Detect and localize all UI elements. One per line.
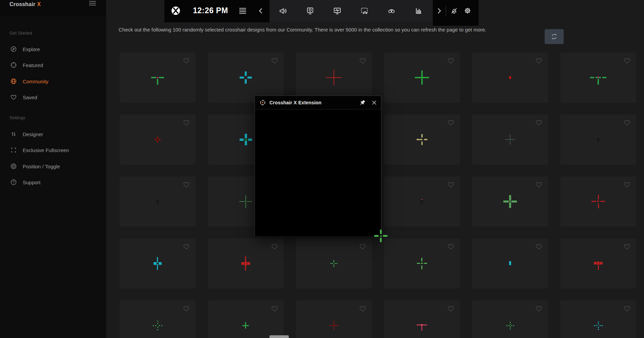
chevron-left-icon[interactable] — [258, 8, 263, 14]
favorite-button[interactable] — [270, 243, 279, 251]
favorite-button[interactable] — [623, 119, 631, 127]
sidebar-item-support[interactable]: ? Support — [0, 175, 106, 189]
crosshair-segment — [505, 139, 509, 140]
heart-outline-icon — [271, 57, 278, 64]
notifications-off-icon[interactable] — [450, 7, 458, 15]
crosshair-card[interactable] — [560, 300, 636, 338]
gallery-icon[interactable] — [351, 0, 378, 21]
favorite-button[interactable] — [270, 305, 279, 313]
crosshair-segment — [159, 325, 160, 326]
crosshair-card[interactable] — [120, 52, 196, 103]
crosshair-card[interactable] — [208, 300, 284, 338]
crosshair-segment — [598, 77, 599, 78]
crosshair-card[interactable] — [120, 238, 196, 289]
sidebar-item-featured[interactable]: Featured — [0, 58, 106, 72]
crosshair-card[interactable] — [472, 114, 548, 165]
favorite-button[interactable] — [182, 181, 190, 189]
settings-gear-icon[interactable] — [464, 7, 471, 15]
sidebar-item-explore[interactable]: Explore — [0, 42, 106, 56]
crosshair-card[interactable] — [560, 114, 636, 165]
crosshair-segment — [506, 325, 507, 326]
performance-icon[interactable] — [324, 0, 351, 21]
bar-chart-icon[interactable] — [405, 0, 432, 21]
favorite-button[interactable] — [535, 243, 543, 251]
crosshair-segment — [503, 200, 509, 203]
favorite-button[interactable] — [623, 57, 631, 65]
crosshair-card[interactable] — [472, 52, 548, 103]
crosshair-card[interactable] — [384, 114, 460, 165]
refresh-button[interactable] — [545, 29, 564, 44]
favorite-button[interactable] — [447, 57, 455, 65]
bottom-scroll-thumb[interactable] — [269, 335, 289, 338]
crosshair-segment — [157, 139, 159, 141]
sidebar-item-exclusive-fullscreen[interactable]: Exclusive Fullscreen — [0, 143, 106, 157]
crosshair-segment — [597, 261, 599, 265]
sidebar-item-position-toggle[interactable]: Position / Toggle — [0, 160, 106, 173]
favorite-button[interactable] — [535, 305, 543, 313]
favorite-button[interactable] — [535, 119, 543, 127]
favorite-button[interactable] — [359, 305, 367, 313]
sidebar-item-label: Exclusive Fullscreen — [23, 147, 69, 153]
favorite-button[interactable] — [359, 243, 367, 251]
favorite-button[interactable] — [359, 57, 367, 65]
logo-accent: X — [37, 1, 41, 7]
crosshair-card[interactable] — [296, 52, 372, 103]
crosshair-card[interactable] — [472, 176, 548, 227]
crosshair-card[interactable] — [472, 238, 548, 289]
favorite-button[interactable] — [182, 305, 190, 313]
scope-icon — [10, 62, 17, 68]
crosshair-card[interactable] — [384, 52, 460, 103]
crosshair-segment — [157, 327, 158, 328]
crosshair-card[interactable] — [296, 238, 372, 289]
heart-outline-icon — [535, 181, 543, 188]
crosshair-card[interactable] — [120, 300, 196, 338]
pin-icon[interactable] — [359, 99, 366, 106]
extension-titlebar[interactable]: Crosshair X Extension — [255, 96, 381, 109]
favorite-button[interactable] — [535, 181, 543, 189]
looking-for-group-icon[interactable] — [378, 0, 405, 21]
crosshair-card[interactable] — [560, 52, 636, 103]
crosshair-segment — [510, 324, 511, 325]
crosshair-card[interactable] — [384, 238, 460, 289]
crosshair-card[interactable] — [384, 176, 460, 227]
crosshair-card[interactable] — [560, 176, 636, 227]
crosshair-card[interactable] — [208, 52, 284, 103]
crosshair-card[interactable] — [384, 300, 460, 338]
sidebar-item-label: Featured — [23, 62, 43, 68]
widget-menu-icon[interactable] — [239, 7, 247, 15]
crosshair-card[interactable] — [208, 238, 284, 289]
capture-icon[interactable] — [297, 0, 324, 21]
heart-outline-icon — [447, 181, 455, 188]
crosshair-card[interactable] — [472, 300, 548, 338]
crosshair-segment — [598, 204, 599, 208]
favorite-button[interactable] — [447, 119, 455, 127]
favorite-button[interactable] — [447, 181, 455, 189]
sidebar-item-community[interactable]: Community — [0, 75, 106, 88]
favorite-button[interactable] — [535, 57, 543, 65]
favorite-button[interactable] — [182, 119, 190, 127]
close-icon[interactable] — [371, 99, 378, 106]
crosshair-card[interactable] — [120, 114, 196, 165]
crosshair-segment — [509, 139, 511, 140]
audio-icon[interactable] — [269, 0, 297, 21]
favorite-button[interactable] — [182, 243, 190, 251]
favorite-button[interactable] — [182, 57, 190, 65]
crosshair-card[interactable] — [560, 238, 636, 289]
crosshair-card[interactable] — [120, 176, 196, 227]
favorite-button[interactable] — [447, 243, 455, 251]
favorite-button[interactable] — [270, 57, 279, 65]
crosshair-segment — [421, 201, 422, 204]
crosshair-segment — [245, 79, 247, 84]
hamburger-menu-icon[interactable] — [88, 0, 97, 7]
chevron-right-icon[interactable] — [437, 8, 442, 14]
crosshair-card[interactable] — [296, 300, 372, 338]
heart-outline-icon — [535, 305, 543, 312]
favorite-button[interactable] — [447, 305, 455, 313]
xbox-logo-icon[interactable] — [171, 6, 180, 15]
favorite-button[interactable] — [623, 243, 631, 251]
favorite-button[interactable] — [623, 181, 631, 189]
refresh-icon — [550, 33, 558, 40]
favorite-button[interactable] — [623, 305, 631, 313]
sidebar-item-designer[interactable]: Designer — [0, 127, 106, 141]
sidebar-item-saved[interactable]: Saved — [0, 90, 106, 104]
